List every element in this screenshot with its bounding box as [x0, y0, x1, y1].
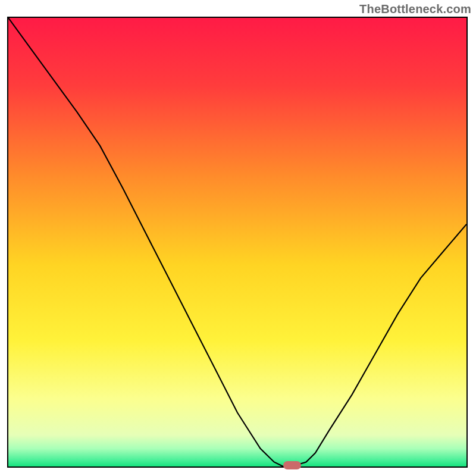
chart-page: TheBottleneck.com	[0, 0, 476, 476]
plot-background	[8, 18, 466, 466]
optimal-point-marker	[283, 461, 301, 469]
watermark-text: TheBottleneck.com	[359, 2, 471, 16]
plot-frame	[7, 17, 468, 468]
plot-svg	[8, 18, 466, 466]
